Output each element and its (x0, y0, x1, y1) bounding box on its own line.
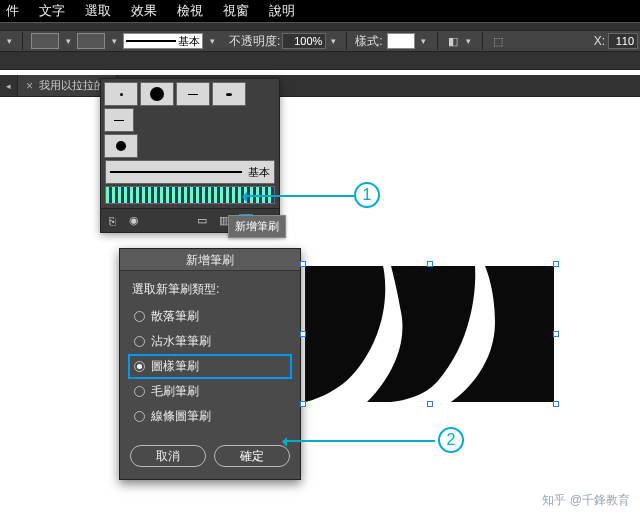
menu-item[interactable]: 件 (6, 2, 19, 20)
chevron-down-icon[interactable]: ▾ (464, 36, 474, 46)
brush-swatch[interactable] (104, 108, 134, 132)
menu-item[interactable]: 文字 (39, 2, 65, 20)
annotation-badge-1: 1 (354, 182, 380, 208)
stroke-swatch[interactable] (77, 33, 105, 49)
resize-handle[interactable] (553, 401, 559, 407)
radio-art-brush[interactable]: 線條圖筆刷 (132, 404, 288, 429)
cancel-button[interactable]: 取消 (130, 445, 206, 467)
resize-handle[interactable] (427, 401, 433, 407)
radio-calligraphic-brush[interactable]: 沾水筆筆刷 (132, 329, 288, 354)
chevron-down-icon[interactable]: ▾ (419, 36, 429, 46)
menu-item[interactable]: 視窗 (223, 2, 249, 20)
menu-item[interactable]: 效果 (131, 2, 157, 20)
resize-handle[interactable] (553, 331, 559, 337)
radio-scatter-brush[interactable]: 散落筆刷 (132, 304, 288, 329)
menu-item[interactable]: 檢視 (177, 2, 203, 20)
brushes-panel: 基本 ⎘ ◉ ▭ ▥ ⊞ 🗑 (100, 78, 280, 233)
annotation-arrow-2 (283, 440, 435, 442)
watermark: 知乎 @千鋒教育 (542, 492, 630, 509)
annotation-arrow-1 (243, 195, 355, 197)
resize-handle[interactable] (427, 261, 433, 267)
tab-title: 我用以拉拉的. (39, 78, 108, 93)
brush-swatch[interactable] (176, 82, 210, 106)
opacity-value[interactable]: 100% (282, 33, 326, 49)
selected-artwork[interactable] (305, 266, 554, 402)
resize-handle[interactable] (300, 261, 306, 267)
resize-handle[interactable] (300, 401, 306, 407)
x-label: X: (594, 34, 605, 48)
fill-swatch[interactable] (31, 33, 59, 49)
new-brush-dialog: 新增筆刷 選取新筆刷類型: 散落筆刷 沾水筆筆刷 圖樣筆刷 毛刷筆刷 線條圖筆刷… (119, 248, 301, 480)
ok-button[interactable]: 確定 (214, 445, 290, 467)
chevron-down-icon[interactable]: ▾ (109, 36, 119, 46)
annotation-badge-2: 2 (438, 427, 464, 453)
tab-arrow[interactable]: ◂ (0, 75, 18, 96)
resize-handle[interactable] (300, 331, 306, 337)
close-icon[interactable]: × (26, 79, 33, 93)
transform-icon[interactable]: ⬚ (491, 34, 505, 48)
chevron-down-icon[interactable]: ▾ (63, 36, 73, 46)
chevron-down-icon[interactable]: ▾ (328, 36, 338, 46)
menu-item[interactable]: 選取 (85, 2, 111, 20)
options-bar: ▾ ▾ ▾ 基本 ▾ 不透明度: 100% ▾ 樣式: ▾ ◧ ▾ ⬚ X: 1… (0, 30, 640, 52)
radio-bristle-brush[interactable]: 毛刷筆刷 (132, 379, 288, 404)
chevron-down-icon[interactable]: ▾ (4, 36, 14, 46)
chevron-down-icon[interactable]: ▾ (207, 36, 217, 46)
opacity-label: 不透明度: (229, 33, 280, 50)
brush-swatch[interactable] (140, 82, 174, 106)
menu-item[interactable]: 說明 (269, 2, 295, 20)
selection-bounds (303, 264, 556, 404)
document-tabs: ◂ × 我用以拉拉的. (0, 75, 640, 97)
panel-menu-icon[interactable]: ▭ (195, 214, 209, 228)
resize-handle[interactable] (553, 261, 559, 267)
radio-pattern-brush[interactable]: 圖樣筆刷 (128, 354, 292, 379)
brush-swatch[interactable] (104, 134, 138, 158)
brush-basic[interactable]: 基本 (105, 160, 275, 184)
brush-swatch[interactable] (104, 82, 138, 106)
brush-swatch[interactable] (212, 82, 246, 106)
menubar: 件 文字 選取 效果 檢視 視窗 說明 (0, 0, 640, 22)
dialog-title: 新增筆刷 (120, 249, 300, 271)
align-icon[interactable]: ◧ (446, 34, 460, 48)
style-swatch[interactable] (387, 33, 415, 49)
dialog-label: 選取新筆刷類型: (132, 281, 288, 298)
tooltip-new-brush: 新增筆刷 (228, 215, 286, 238)
library-icon[interactable]: ⎘ (105, 214, 119, 228)
brush-selector[interactable]: 基本 (123, 33, 203, 49)
cc-icon[interactable]: ◉ (127, 214, 141, 228)
style-label: 樣式: (355, 33, 382, 50)
x-value[interactable]: 110 (608, 33, 638, 49)
